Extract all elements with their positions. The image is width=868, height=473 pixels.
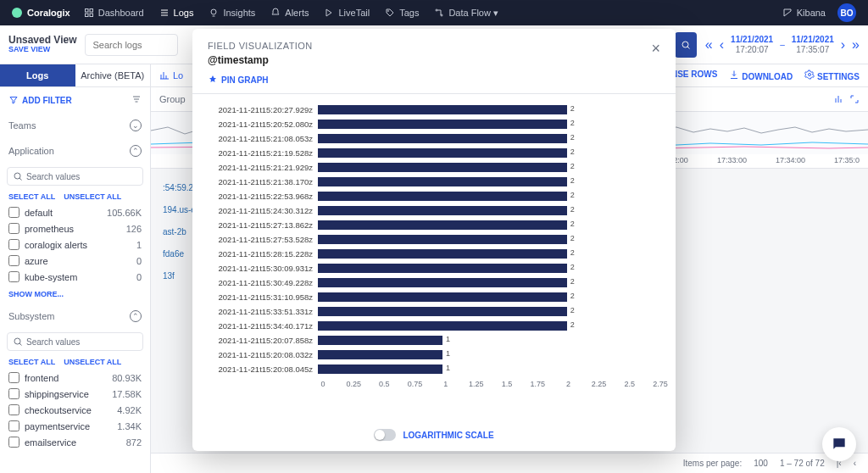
- bar-row[interactable]: 2021-11-21t15:33:51.331z2: [208, 304, 660, 319]
- kibana-link[interactable]: Kibana: [782, 8, 826, 18]
- sidebar-tab-archive[interactable]: Archive (BETA): [75, 64, 151, 87]
- bar-label: 2021-11-21t15:20:27.929z: [208, 105, 318, 114]
- time-prev-button[interactable]: ‹: [720, 37, 724, 53]
- brand-logo-icon: [12, 8, 22, 18]
- bar-row[interactable]: 2021-11-21t15:20:27.929z2: [208, 103, 660, 117]
- items-per-page-value[interactable]: 100: [754, 459, 768, 468]
- time-from[interactable]: 11/21/2021 17:20:07: [731, 35, 773, 55]
- bar-value: 1: [446, 364, 450, 372]
- sub-item-shippingservice[interactable]: shippingservice17.58K: [8, 386, 142, 402]
- application-search-input[interactable]: Search values: [7, 167, 143, 186]
- section-subsystem[interactable]: Subsystem ⌃: [0, 303, 150, 329]
- app-item-default[interactable]: default105.66K: [8, 204, 142, 220]
- checkbox[interactable]: [8, 207, 19, 218]
- kibana-icon: [782, 8, 793, 18]
- bar-row[interactable]: 2021-11-21t15:31:10.958z2: [208, 290, 660, 304]
- section-application[interactable]: Application ⌃: [0, 138, 150, 164]
- download-button[interactable]: DOWNLOAD: [729, 70, 793, 81]
- pin-icon: [208, 75, 218, 85]
- checkbox[interactable]: [8, 239, 19, 250]
- sidebar-tab-logs[interactable]: Logs: [0, 64, 75, 87]
- app-item-prometheus[interactable]: prometheus126: [8, 220, 142, 236]
- bar-row[interactable]: 2021-11-21t15:20:08.045z1: [208, 362, 660, 376]
- intercom-chat-button[interactable]: [822, 427, 856, 461]
- checkbox[interactable]: [8, 223, 19, 234]
- bar-row[interactable]: 2021-11-21t15:22:53.968z2: [208, 189, 660, 203]
- checkbox[interactable]: [8, 404, 19, 415]
- checkbox[interactable]: [8, 420, 19, 431]
- bar-row[interactable]: 2021-11-21t15:24:30.312z2: [208, 203, 660, 218]
- brand[interactable]: Coralogix: [12, 8, 70, 18]
- save-view-link[interactable]: SAVE VIEW: [8, 46, 76, 54]
- checkbox[interactable]: [8, 388, 19, 399]
- nav-item-tags[interactable]: Tags: [385, 8, 419, 18]
- bar-chart-icon[interactable]: [834, 94, 844, 104]
- pin-graph-button[interactable]: PIN GRAPH: [192, 71, 676, 94]
- sub-item-paymentservice[interactable]: paymentservice1.34K: [8, 418, 142, 434]
- toggle-switch[interactable]: [374, 429, 396, 441]
- bar-row[interactable]: 2021-11-21t15:28:15.228z2: [208, 247, 660, 261]
- bar-row[interactable]: 2021-11-21t15:30:49.228z2: [208, 275, 660, 290]
- modal-close-button[interactable]: ×: [651, 41, 660, 56]
- bar-row[interactable]: 2021-11-21t15:21:38.170z2: [208, 175, 660, 189]
- subsystem-search-input[interactable]: Search values: [7, 332, 143, 351]
- content-tab-logs[interactable]: Lo: [159, 70, 183, 81]
- sub-item-frontend[interactable]: frontend80.93K: [8, 370, 142, 386]
- log-scale-toggle[interactable]: LOGARITHMIC SCALE: [192, 422, 676, 451]
- nav-item-dashboard[interactable]: Dashboard: [84, 8, 144, 18]
- sub-item-emailservice[interactable]: emailservice872: [8, 434, 142, 450]
- bar-row[interactable]: 2021-11-21t15:27:53.528z2: [208, 232, 660, 247]
- bar-label: 2021-11-21t15:20:52.080z: [208, 120, 318, 129]
- section-teams[interactable]: Teams ⌄: [0, 113, 150, 138]
- settings-button[interactable]: SETTINGS: [804, 70, 860, 81]
- checkbox[interactable]: [8, 255, 19, 266]
- checkbox[interactable]: [8, 271, 19, 282]
- run-query-button[interactable]: [675, 32, 697, 58]
- bar-row[interactable]: 2021-11-21t15:34:40.171z2: [208, 319, 660, 333]
- bar-row[interactable]: 2021-11-21t15:20:52.080z2: [208, 117, 660, 131]
- nav-item-livetail[interactable]: LiveTail: [324, 8, 370, 18]
- bar-value: 2: [570, 176, 575, 185]
- view-title-block[interactable]: Unsaved View SAVE VIEW: [8, 35, 76, 54]
- sidebar: Logs Archive (BETA) ADD FILTER Teams ⌄ A…: [0, 64, 151, 473]
- svg-point-10: [14, 338, 20, 344]
- nav-items: DashboardLogsInsightsAlertsLiveTailTagsD…: [84, 8, 498, 19]
- bar-row[interactable]: 2021-11-21t15:21:19.528z2: [208, 146, 660, 160]
- log-search-input[interactable]: [85, 34, 178, 56]
- time-prev-fast-button[interactable]: «: [705, 37, 713, 53]
- bar-row[interactable]: 2021-11-21t15:30:09.931z2: [208, 261, 660, 275]
- add-filter-button[interactable]: ADD FILTER: [0, 87, 150, 113]
- app-unselect-all[interactable]: UNSELECT ALL: [64, 192, 121, 201]
- nav-item-logs[interactable]: Logs: [159, 8, 194, 18]
- expand-icon[interactable]: [849, 94, 860, 104]
- bar-value: 2: [570, 248, 575, 257]
- bar-row[interactable]: 2021-11-21t15:21:08.053z2: [208, 131, 660, 146]
- app-item-coralogix-alerts[interactable]: coralogix alerts1: [8, 236, 142, 253]
- app-item-kube-system[interactable]: kube-system0: [8, 269, 142, 285]
- filter-settings-icon[interactable]: [131, 94, 142, 106]
- gear-icon: [804, 70, 815, 80]
- app-show-more[interactable]: SHOW MORE...: [0, 285, 150, 303]
- time-to[interactable]: 11/21/2021 17:35:07: [792, 35, 834, 55]
- nav-item-data-flow[interactable]: Data Flow ▾: [434, 8, 498, 19]
- nav-item-alerts[interactable]: Alerts: [270, 8, 309, 18]
- bar-row[interactable]: 2021-11-21t15:20:08.032z1: [208, 348, 660, 362]
- time-next-button[interactable]: ›: [841, 37, 845, 53]
- bar-label: 2021-11-21t15:27:53.528z: [208, 235, 318, 244]
- checkbox[interactable]: [8, 437, 19, 448]
- bulb-icon: [209, 8, 219, 18]
- bar-label: 2021-11-21t15:20:08.032z: [208, 350, 318, 359]
- bar-row[interactable]: 2021-11-21t15:20:07.858z1: [208, 333, 660, 348]
- checkbox[interactable]: [8, 372, 19, 383]
- app-item-azure[interactable]: azure0: [8, 253, 142, 269]
- page-prev-button[interactable]: ‹: [854, 459, 856, 468]
- sub-item-checkoutservice[interactable]: checkoutservice4.92K: [8, 402, 142, 418]
- sub-unselect-all[interactable]: UNSELECT ALL: [64, 358, 121, 366]
- nav-item-insights[interactable]: Insights: [209, 8, 255, 18]
- bar-row[interactable]: 2021-11-21t15:21:21.929z2: [208, 160, 660, 175]
- app-select-all[interactable]: SELECT ALL: [8, 192, 55, 201]
- sub-select-all[interactable]: SELECT ALL: [8, 358, 55, 366]
- bar-row[interactable]: 2021-11-21t15:27:13.862z2: [208, 218, 660, 232]
- time-next-fast-button[interactable]: »: [852, 37, 860, 53]
- user-avatar[interactable]: BO: [837, 3, 856, 22]
